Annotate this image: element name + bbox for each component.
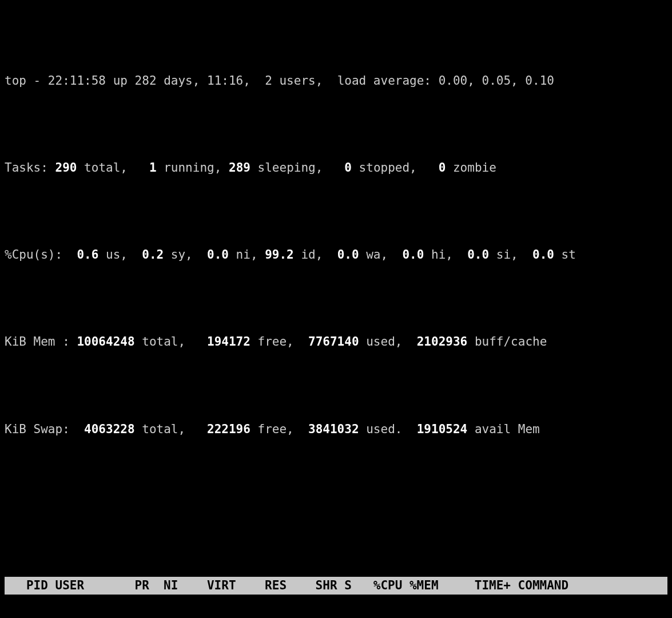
top-mem-line: KiB Mem : 10064248 total, 194172 free, 7…: [5, 333, 667, 350]
col-ni: NI: [149, 577, 178, 594]
top-tasks-line: Tasks: 290 total, 1 running, 289 sleepin…: [5, 159, 667, 176]
top-uptime-line: top - 22:11:58 up 282 days, 11:16, 2 use…: [5, 72, 667, 89]
col-cmd: COMMAND: [511, 577, 568, 594]
blank-separator: [5, 490, 667, 507]
col-pr: PR: [120, 577, 149, 594]
process-header-row: PID USERPRNIVIRTRESSHR S%CPU%MEMTIME+COM…: [5, 577, 667, 594]
col-cpu: %CPU: [359, 577, 402, 594]
top-swap-line: KiB Swap: 4063228 total, 222196 free, 38…: [5, 421, 667, 438]
col-user: USER: [55, 577, 121, 594]
col-shr: SHR: [287, 577, 337, 594]
col-time: TIME+: [439, 577, 511, 594]
terminal-output[interactable]: top - 22:11:58 up 282 days, 11:16, 2 use…: [0, 0, 672, 618]
col-pid: PID: [5, 577, 48, 594]
col-s: S: [344, 577, 359, 594]
col-mem: %MEM: [402, 577, 438, 594]
col-res: RES: [236, 577, 287, 594]
col-virt: VIRT: [178, 577, 236, 594]
top-cpu-line: %Cpu(s): 0.6 us, 0.2 sy, 0.0 ni, 99.2 id…: [5, 246, 667, 263]
